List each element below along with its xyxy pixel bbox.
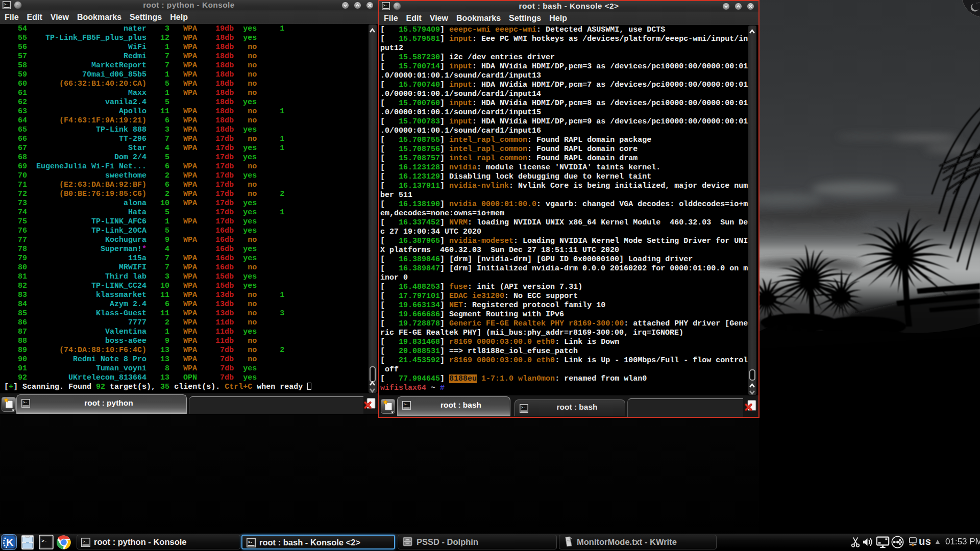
svg-text:>-: >- [83, 540, 87, 544]
svg-text:>-: >- [248, 540, 253, 544]
svg-text:K: K [6, 537, 14, 548]
svg-text:>-: >- [521, 406, 525, 410]
svg-text:>-: >- [23, 400, 27, 405]
svg-text:>-: >- [404, 403, 408, 407]
svg-text:>-: >- [41, 538, 47, 544]
